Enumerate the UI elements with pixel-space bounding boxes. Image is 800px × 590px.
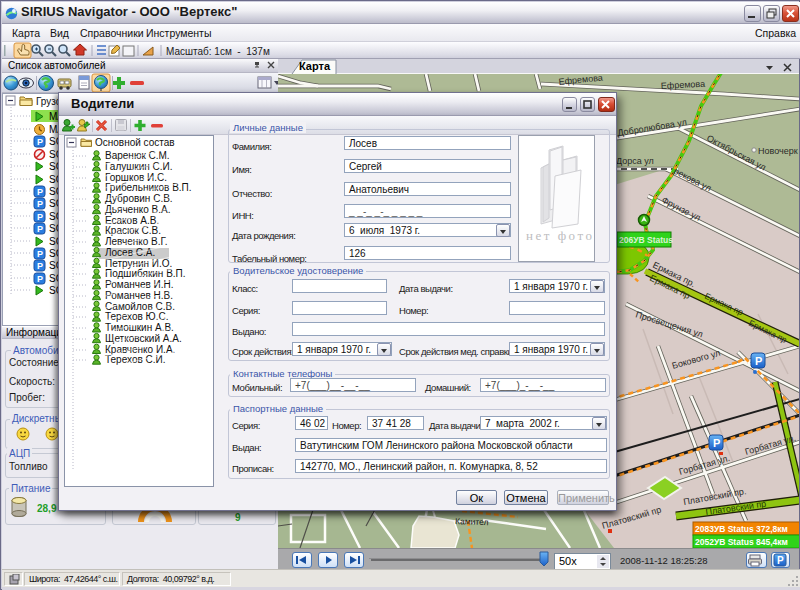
svg-text:Лосев С.А.: Лосев С.А. [105,247,155,258]
svg-text:Дорса ул: Дорса ул [616,156,654,166]
svg-text:2083УВ Status 372,8км: 2083УВ Status 372,8км [695,524,788,534]
svg-text:Терехов С.И.: Терехов С.И. [105,354,166,365]
svg-text:Камител: Камител [455,516,489,527]
svg-text:2052УВ Status 845,4км: 2052УВ Status 845,4км [695,537,788,547]
svg-text:Новочерк: Новочерк [758,146,798,156]
svg-text:нет фото: нет фото [526,228,594,243]
svg-text:P: P [755,355,762,367]
svg-text:P: P [713,437,720,449]
svg-text:Романчев Н.В.: Романчев Н.В. [105,290,173,301]
svg-text:P: P [777,555,784,566]
svg-text:206УВ Status: 206УВ Status [619,235,673,245]
svg-text:Щетковский А.А.: Щетковский А.А. [105,333,182,344]
